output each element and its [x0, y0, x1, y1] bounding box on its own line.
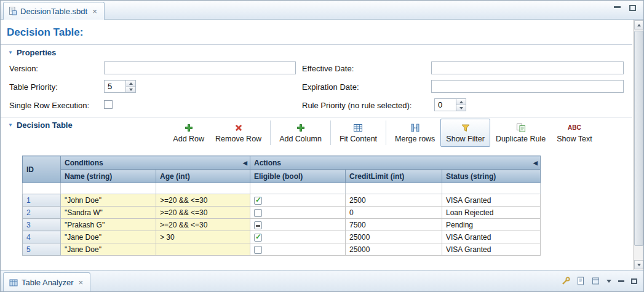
column-header-creditlimit[interactable]: CreditLimit (int) [346, 170, 442, 183]
credit-limit-cell[interactable]: 2500 [346, 194, 442, 207]
name-cell[interactable]: "Jane Doe" [61, 231, 156, 243]
eligible-checkbox[interactable] [254, 209, 262, 217]
remove-row-button[interactable]: Remove Row [210, 119, 267, 147]
eligible-checkbox[interactable] [254, 246, 262, 254]
tab-table-analyzer[interactable]: Table Analyzer × [3, 272, 90, 292]
show-text-button[interactable]: ABC Show Text [551, 119, 597, 147]
spinner-down-icon[interactable] [126, 87, 135, 92]
add-column-icon [296, 122, 306, 133]
maximize-icon[interactable] [629, 5, 636, 11]
effective-date-input[interactable] [431, 61, 624, 74]
eligible-cell[interactable] [250, 194, 346, 207]
duplicate-rule-button[interactable]: Duplicate Rule [490, 119, 551, 147]
name-cell[interactable]: "John Doe" [61, 194, 156, 207]
section-divider [1, 117, 632, 117]
age-cell[interactable]: >=20 && <=30 [156, 194, 250, 207]
age-cell[interactable] [156, 243, 250, 256]
filter-cell[interactable] [442, 183, 541, 194]
properties-section-header[interactable]: ▼ Properties [8, 48, 56, 57]
detach-view-icon[interactable] [592, 277, 600, 285]
column-header-age[interactable]: Age (int) [156, 170, 250, 183]
credit-limit-cell[interactable]: 25000 [346, 231, 442, 243]
row-id[interactable]: 4 [23, 231, 61, 243]
remove-row-icon [234, 122, 244, 133]
status-cell[interactable]: Pending [442, 219, 541, 231]
filter-cell[interactable] [250, 183, 346, 194]
credit-limit-cell[interactable]: 25000 [346, 243, 442, 256]
eligible-cell[interactable] [250, 219, 346, 231]
rule-priority-input[interactable] [434, 98, 456, 111]
show-filter-label: Show Filter [446, 135, 485, 143]
merge-rows-button[interactable]: Merge rows [389, 119, 440, 147]
row-id[interactable]: 2 [23, 207, 61, 219]
name-cell[interactable]: "Jane Doe" [61, 243, 156, 256]
scroll-down-icon[interactable] [634, 260, 643, 269]
version-input[interactable] [104, 61, 296, 74]
rule-priority-label: Rule Priority (no rule selected): [302, 101, 411, 110]
table-priority-label: Table Priority: [9, 82, 58, 92]
eligible-checkbox[interactable] [254, 234, 262, 242]
credit-limit-cell[interactable]: 0 [346, 207, 442, 219]
collapse-actions-icon[interactable]: ◀ [533, 160, 538, 166]
column-header-status[interactable]: Status (string) [442, 170, 541, 183]
show-filter-button[interactable]: Show Filter [440, 119, 490, 147]
status-cell[interactable]: VISA Granted [442, 194, 541, 207]
eligible-cell[interactable] [250, 231, 346, 243]
decision-table-toolbar: Add Row Remove Row Add Column Fit Conten… [139, 118, 626, 148]
single-row-execution-checkbox[interactable] [104, 100, 113, 109]
bottom-tab-label: Table Analyzer [22, 278, 74, 287]
conditions-group-header[interactable]: Conditions ◀ [61, 156, 250, 170]
collapse-conditions-icon[interactable]: ◀ [243, 160, 247, 166]
table-priority-input[interactable] [104, 80, 126, 93]
eligible-cell[interactable] [250, 243, 346, 256]
scrollbar-thumb[interactable] [634, 31, 643, 246]
filter-cell[interactable] [61, 183, 156, 194]
decision-table-section-header[interactable]: ▼ Decision Table [8, 120, 73, 130]
filter-cell[interactable] [23, 183, 61, 194]
minimize-view-icon[interactable] [618, 280, 624, 282]
actions-group-header[interactable]: Actions ◀ [250, 156, 541, 170]
close-tab-icon[interactable]: × [78, 278, 85, 286]
add-column-button[interactable]: Add Column [274, 119, 327, 147]
add-row-button[interactable]: Add Row [167, 119, 210, 147]
column-header-eligible[interactable]: Eligible (bool) [250, 170, 346, 183]
id-column-header[interactable]: ID [23, 156, 61, 183]
eligible-checkbox[interactable] [254, 197, 262, 205]
status-cell[interactable]: VISA Granted [442, 231, 541, 243]
eligible-cell[interactable] [250, 207, 346, 219]
view-menu-icon[interactable] [606, 280, 611, 283]
minimize-icon[interactable] [614, 6, 621, 8]
status-cell[interactable]: VISA Granted [442, 243, 541, 256]
decision-table-section-label: Decision Table [17, 120, 73, 130]
editor-tab-label: DecisionTable.sbdt [20, 7, 87, 16]
row-id[interactable]: 5 [23, 243, 61, 256]
column-header-name[interactable]: Name (string) [61, 170, 156, 183]
expiration-date-input[interactable] [431, 80, 624, 93]
scroll-up-icon[interactable] [634, 20, 643, 30]
age-cell[interactable]: > 30 [156, 231, 250, 243]
spinner-up-icon[interactable] [126, 81, 135, 87]
eligible-checkbox[interactable] [254, 221, 262, 229]
age-cell[interactable]: >=20 && <=30 [156, 219, 250, 231]
status-cell[interactable]: Loan Rejected [442, 207, 541, 219]
credit-limit-cell[interactable]: 7500 [346, 219, 442, 231]
tab-decision-table-file[interactable]: DecisionTable.sbdt × [3, 2, 105, 20]
close-tab-icon[interactable]: × [91, 7, 98, 15]
editor-area: Decision Table: ▼ Properties Version: Ef… [1, 20, 643, 270]
analyzer-config-icon[interactable] [562, 277, 570, 285]
add-column-label: Add Column [279, 135, 322, 143]
filter-cell[interactable] [346, 183, 442, 194]
spinner-down-icon[interactable] [456, 105, 466, 111]
row-id[interactable]: 1 [23, 194, 61, 207]
spinner-up-icon[interactable] [456, 99, 466, 105]
vertical-scrollbar[interactable] [633, 20, 643, 270]
conditions-group-label: Conditions [65, 159, 103, 167]
name-cell[interactable]: "Prakash G" [61, 219, 156, 231]
name-cell[interactable]: "Sandra W" [61, 207, 156, 219]
fit-content-button[interactable]: Fit Content [334, 119, 383, 147]
age-cell[interactable]: >=20 && <=30 [156, 207, 250, 219]
maximize-view-icon[interactable] [631, 278, 637, 284]
row-id[interactable]: 3 [23, 219, 61, 231]
filter-cell[interactable] [156, 183, 250, 194]
open-report-icon[interactable] [577, 277, 585, 285]
